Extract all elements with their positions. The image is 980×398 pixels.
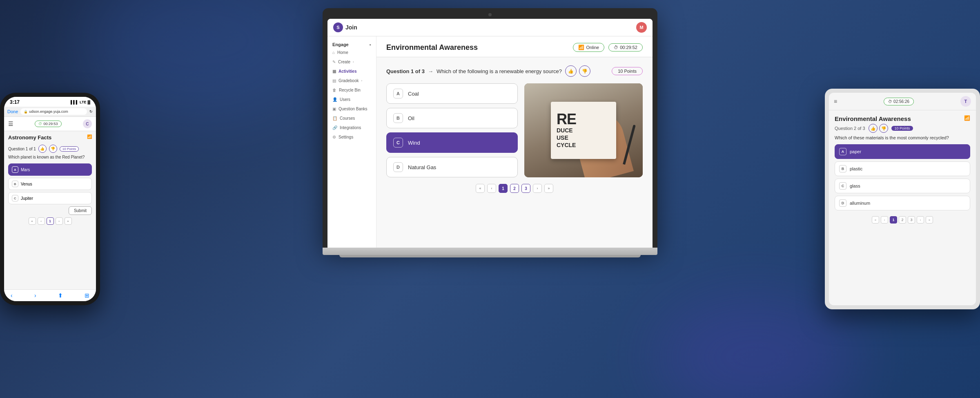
sidebar-item-recycle-bin[interactable]: 🗑 Recycle Bin [327, 85, 376, 95]
phone-first-page-button[interactable]: « [29, 217, 36, 225]
phone-thumbup-button[interactable]: 👍 [38, 145, 47, 153]
laptop-next-page-button[interactable]: › [533, 184, 542, 193]
phone-back-button[interactable]: ‹ [11, 292, 13, 299]
phone-time: 3:17 [10, 99, 20, 105]
phone-option-b[interactable]: B Venus [8, 178, 92, 190]
sidebar-integrations-label: Integrations [340, 125, 361, 130]
sidebar-item-integrations[interactable]: 🔗 Integrations [327, 123, 376, 132]
tablet-option-d-letter: D [839, 199, 846, 207]
sidebar-item-users[interactable]: 👤 Users [327, 95, 376, 104]
sidebar-engage-chevron: ● [369, 43, 371, 47]
phone-done-button[interactable]: Done [7, 109, 18, 114]
tablet-thumbdown-button[interactable]: 👎 [879, 124, 888, 133]
phone-forward-button[interactable]: › [34, 292, 36, 299]
sidebar-item-question-banks[interactable]: ▣ Question Banks [327, 104, 376, 114]
tablet-option-a[interactable]: A paper [835, 144, 970, 159]
phone-option-c[interactable]: C Jupiter [8, 192, 92, 204]
tablet-last-page-button[interactable]: » [926, 216, 933, 224]
tablet-timer: 02:56:26 [893, 99, 909, 104]
sidebar-item-gradebook[interactable]: ▤ Gradebook › [327, 76, 376, 85]
app-titlebar: S Join M [327, 19, 653, 36]
sidebar-engage-label: Engage [332, 42, 349, 47]
tablet-prev-page-button[interactable]: ‹ [881, 216, 888, 224]
phone-status-bar: 3:17 ▌▌▌ LTE ▓ [4, 97, 96, 107]
gradebook-icon: ▤ [332, 78, 336, 83]
phone-hamburger-icon[interactable]: ☰ [8, 121, 13, 127]
phone-option-a[interactable]: A Mars [8, 163, 92, 176]
tablet-option-c-letter: C [839, 182, 846, 190]
laptop-thumbdown-button[interactable]: 👎 [579, 65, 590, 77]
laptop-prev-page-button[interactable]: ‹ [487, 184, 496, 193]
reuse-text: USE [557, 134, 568, 141]
phone-bookmarks-button[interactable]: ⊞ [85, 292, 89, 299]
phone-url-bar[interactable]: 🔒 udson.engage.yuja.com [20, 108, 87, 115]
tablet-option-d-text: alluminum [850, 201, 870, 206]
users-icon: 👤 [332, 97, 337, 102]
phone-reload-icon[interactable]: ↻ [89, 110, 93, 114]
phone-next-page-button[interactable]: › [56, 217, 63, 225]
sidebar-gradebook-label: Gradebook [339, 78, 359, 83]
laptop-option-d[interactable]: D Natural Gas [386, 157, 518, 177]
phone-timer: 00:29:53 [43, 122, 58, 126]
tablet-first-page-button[interactable]: « [872, 216, 879, 224]
sidebar-item-home[interactable]: ⌂ Home [327, 48, 376, 57]
phone-share-button[interactable]: ⬆ [58, 292, 63, 299]
laptop-option-a-text: Coal [408, 91, 419, 97]
sidebar-engage-header: Engage ● [327, 40, 376, 48]
tablet-page-1-button[interactable]: 1 [890, 216, 897, 224]
integrations-icon: 🔗 [332, 125, 337, 130]
answer-grid: A Coal B Oil C Wind [386, 83, 643, 177]
laptop-page-2-button[interactable]: 2 [510, 184, 519, 193]
sidebar-item-create[interactable]: ✎ Create › [327, 57, 376, 67]
re-text: RE [557, 112, 576, 127]
laptop-first-page-button[interactable]: « [476, 184, 485, 193]
phone-user-avatar: C [83, 119, 92, 128]
tablet-user-avatar[interactable]: T [960, 96, 971, 107]
tablet-option-d[interactable]: D alluminum [835, 196, 970, 210]
laptop-page-1-button[interactable]: 1 [499, 184, 508, 193]
activities-icon: ▦ [332, 69, 336, 74]
laptop-base [323, 248, 657, 255]
app-user-avatar[interactable]: M [636, 22, 647, 33]
sidebar-create-label: Create [338, 60, 350, 64]
laptop-option-b[interactable]: B Oil [386, 108, 518, 128]
phone-question-text: Which planet is known as the Red Planet? [8, 154, 92, 160]
recycle-image: RE DUCE USE CYCLE [524, 83, 643, 177]
bg-glow-2 [653, 296, 858, 398]
laptop-last-page-button[interactable]: » [544, 184, 553, 193]
sidebar-item-activities[interactable]: ▦ Activities [327, 67, 376, 76]
laptop-question-text: Which of the following is a renewable en… [437, 68, 562, 74]
tablet-option-c[interactable]: C glass [835, 179, 970, 193]
sidebar-courses-label: Courses [340, 116, 355, 121]
app-avatar-letter: M [639, 25, 643, 30]
phone-last-page-button[interactable]: » [65, 217, 72, 225]
laptop-thumbup-button[interactable]: 👍 [565, 65, 577, 77]
sidebar-item-settings[interactable]: ⚙ Settings [327, 132, 376, 142]
bg-glow-1 [82, 0, 327, 123]
tablet-page-3-button[interactable]: 3 [908, 216, 915, 224]
tablet-thumbup-button[interactable]: 👍 [869, 124, 878, 133]
laptop-option-c[interactable]: C Wind [386, 132, 518, 153]
tablet-next-page-button[interactable]: › [917, 216, 924, 224]
tablet-clock-icon: ⏱ [888, 99, 892, 104]
tablet-option-b[interactable]: B plastic [835, 161, 970, 176]
phone-page-1-button[interactable]: 1 [47, 217, 54, 225]
phone-submit-button[interactable]: Submit [69, 206, 92, 215]
tablet-page-2-button[interactable]: 2 [899, 216, 906, 224]
tablet-thumb-group: 👍 👎 [869, 124, 888, 133]
phone-prev-page-button[interactable]: ‹ [38, 217, 45, 225]
phone-question-label: Question 1 of 1 [8, 147, 36, 151]
phone-quiz-title: Astronomy Facts [8, 134, 51, 141]
recycle-bin-icon: 🗑 [332, 88, 336, 92]
phone-quiz-content: Astronomy Facts 📶 Question 1 of 1 👍 👎 10… [4, 131, 96, 289]
sidebar-users-label: Users [340, 97, 350, 102]
sidebar-item-courses[interactable]: 📋 Courses [327, 114, 376, 123]
question-arrow: → [428, 68, 433, 74]
laptop-frame: S Join M Engage ● [323, 8, 657, 257]
phone-screen: 3:17 ▌▌▌ LTE ▓ Done 🔒 udson.engage.yuja.… [4, 97, 96, 301]
tablet-hamburger-icon[interactable]: ≡ [834, 98, 837, 105]
laptop-option-a[interactable]: A Coal [386, 83, 518, 104]
phone-thumbdown-button[interactable]: 👎 [49, 145, 57, 153]
laptop-page-3-button[interactable]: 3 [521, 184, 530, 193]
phone-bottom-bar: ‹ › ⬆ ⊞ [4, 289, 96, 301]
